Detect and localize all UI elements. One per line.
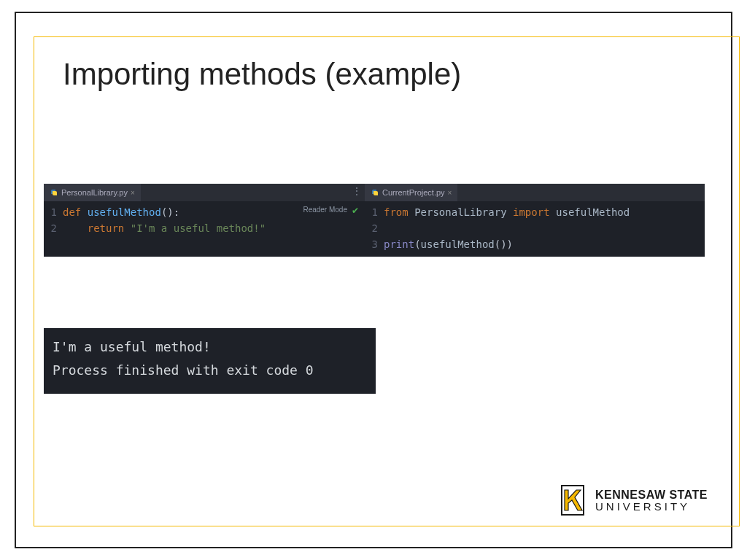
- code-text: return "I'm a useful method!": [63, 220, 266, 236]
- slide-inner-border: [34, 36, 740, 526]
- line-number: 1: [365, 204, 384, 220]
- ksu-logo-text: KENNESAW STATE UNIVERSITY: [595, 489, 708, 512]
- footer-logo: KENNESAW STATE UNIVERSITY: [557, 481, 708, 519]
- close-icon[interactable]: ×: [131, 189, 135, 197]
- tab-bar-left: PersonalLibrary.py × ⋮: [44, 184, 365, 201]
- line-number: 1: [44, 204, 63, 220]
- code-text: from PersonalLibrary import usefulMethod: [384, 204, 630, 220]
- reader-mode-label: Reader Mode: [303, 206, 347, 214]
- file-tab-personal-library[interactable]: PersonalLibrary.py ×: [44, 184, 141, 201]
- ksu-name-line2: UNIVERSITY: [595, 501, 708, 512]
- line-number: 3: [365, 236, 384, 252]
- check-icon: ✔: [352, 206, 359, 216]
- code-editor-panes: PersonalLibrary.py × ⋮ Reader Mode ✔ 1 d…: [44, 184, 705, 257]
- tab-label: PersonalLibrary.py: [61, 188, 128, 197]
- python-icon: [50, 188, 58, 197]
- code-line: 1 from PersonalLibrary import usefulMeth…: [365, 204, 705, 220]
- line-number: 2: [44, 220, 63, 236]
- console-output: I'm a useful method! Process finished wi…: [44, 328, 376, 394]
- console-line: I'm a useful method!: [53, 335, 367, 359]
- code-line: 3 print(usefulMethod()): [365, 236, 705, 252]
- code-body-right[interactable]: 1 from PersonalLibrary import usefulMeth…: [365, 201, 705, 252]
- ksu-logo-mark: [557, 481, 588, 519]
- ksu-name-line1: KENNESAW STATE: [595, 489, 708, 501]
- python-icon: [371, 188, 379, 197]
- code-text: print(usefulMethod()): [384, 236, 513, 252]
- console-line: Process finished with exit code 0: [53, 359, 367, 382]
- file-tab-current-project[interactable]: CurrentProject.py ×: [365, 184, 457, 201]
- line-number: 2: [365, 220, 384, 236]
- tab-label: CurrentProject.py: [382, 188, 445, 197]
- code-text: def usefulMethod():: [63, 204, 179, 220]
- slide-title: Importing methods (example): [63, 57, 461, 92]
- editor-pane-left: PersonalLibrary.py × ⋮ Reader Mode ✔ 1 d…: [44, 184, 365, 257]
- more-icon[interactable]: ⋮: [352, 186, 360, 196]
- editor-pane-right: CurrentProject.py × 1 from PersonalLibra…: [365, 184, 705, 257]
- close-icon[interactable]: ×: [448, 189, 452, 197]
- tab-bar-right: CurrentProject.py ×: [365, 184, 705, 201]
- code-line: 2: [365, 220, 705, 236]
- code-line: 2 return "I'm a useful method!": [44, 220, 365, 236]
